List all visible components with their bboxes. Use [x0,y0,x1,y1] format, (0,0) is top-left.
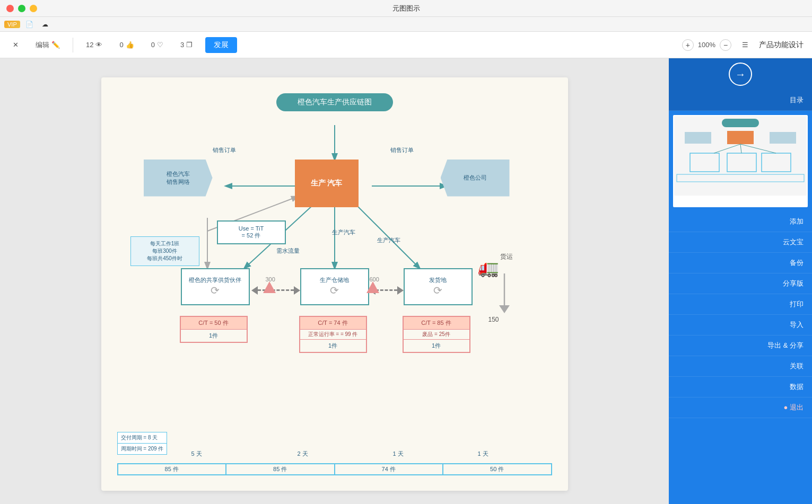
data-cell-right: C/T = 85 件 废品 = 25件 1件 [403,316,470,353]
nav-item-data[interactable]: 数据 [669,377,812,397]
like-count-button[interactable]: 0 👍 [115,39,138,51]
note-box: 每天工作1班 每班300件 每班共450件时 [130,236,199,266]
svg-rect-12 [727,131,754,144]
dashed-arrow-mid-left [251,286,300,295]
nav-item-print[interactable]: 打印 [669,294,812,315]
svg-marker-9 [499,305,510,313]
nav-item-export-share[interactable]: 导出 & 分享 [669,335,812,356]
edit-icon: ✏️ [51,41,60,49]
nav-item-import[interactable]: 导入 [669,315,812,335]
separator-1 [73,38,73,52]
like-count: 0 [119,41,123,49]
use-label-box: Use = TiT = 52 件 [217,220,286,244]
max-button[interactable] [18,5,25,12]
triangle-left [263,281,276,293]
nav-item-cloud[interactable]: 云文宝 [669,232,812,253]
cell-mid-body: 1件 [300,340,366,352]
flow-label-mid: 生产汽车 [332,228,355,236]
menu-icon: ☰ [742,41,748,49]
nav-item-link[interactable]: 关联 [669,356,812,377]
right-panel-arrow-button[interactable]: → [729,63,752,86]
close-icon: ✕ [13,41,19,49]
left-supplier-shape: 橙色汽车 销售网络 [144,160,213,197]
qty-mid: 600 [370,276,379,282]
zoom-control[interactable]: + 100% − [682,39,731,51]
zoom-out-button[interactable]: − [720,39,731,51]
copy-count-button[interactable]: 3 ❐ [176,39,197,51]
timeline-label-4: 1 天 [478,450,488,458]
nav-item-directory[interactable]: 目录 [669,90,812,111]
menu-bar: VIP 📄 ☁ [0,17,812,32]
svg-rect-14 [770,132,796,144]
nav-item-add[interactable]: 添加 [669,211,812,232]
timeline-seg-1: 85 件 [117,463,227,475]
toolbar-right: + 100% − ☰ 产品功能设计 [682,39,804,51]
arrow-head-right-1 [294,286,300,295]
cell-mid-subheader: 正常运行率 = = 99 件 [300,330,366,340]
cell-right-subheader: 废品 = 25件 [404,330,469,340]
timeline-label-1: 5 天 [191,450,202,458]
timeline-seg-4: 50 件 [443,463,552,475]
top-left-label: 销售订单 [213,146,236,154]
zoom-in-button[interactable]: + [682,39,694,51]
favorite-count-button[interactable]: 0 ♡ [147,39,168,51]
zoom-level: 100% [698,41,715,49]
publish-button[interactable]: 发展 [205,37,237,53]
right-panel: → 目录 [669,58,812,504]
menu-button[interactable]: ☰ [738,39,753,51]
right-panel-header: → [669,58,812,90]
info-row-2: 周期时间 = 209 件 [118,444,167,454]
cell-left-body: 1件 [181,330,247,342]
data-cell-left: C/T = 50 件 1件 [180,316,248,343]
right-panel-nav: 目录 [669,90,812,418]
info-row-1: 交付周期 = 8 天 [118,432,167,444]
truck-qty: 150 [488,316,499,323]
min-button[interactable] [30,5,37,12]
timeline-label-2: 2 天 [298,450,308,458]
bottom-right-location: 发货地 ⟳ [404,268,473,305]
window-controls[interactable] [6,5,37,12]
data-cell-mid: C/T = 74 件 正常运行率 = = 99 件 1件 [299,316,367,353]
window-title: 元图图示 [392,4,420,13]
top-right-label: 销售订单 [390,146,414,154]
vip-badge[interactable]: VIP [4,21,20,28]
bottom-left-location: 橙色的共享供货伙伴 ⟳ [181,268,250,305]
nav-item-exit[interactable]: ● 退出 [669,397,812,418]
close-button[interactable] [6,5,14,12]
diagram-title: 橙色汽车生产供应链图 [276,93,393,111]
truck-arrow-svg [496,273,512,316]
triangle-mid [366,281,379,293]
close-toolbar-button[interactable]: ✕ [8,39,23,51]
qty-left: 300 [266,276,275,282]
thumbnail-label: Page-1 [674,196,807,206]
info-box: 交付周期 = 8 天 周期时间 = 209 件 [117,432,168,455]
menu-item-cloud[interactable]: ☁ [39,20,51,29]
svg-rect-11 [722,119,759,127]
main-production-node: 生产 汽车 [295,160,359,207]
copy-count: 3 [180,41,184,49]
cell-mid-header: C/T = 74 件 [300,317,366,330]
view-count: 12 [86,41,93,49]
thumbnail-svg [674,116,807,196]
nav-item-share-version[interactable]: 分享版 [669,273,812,294]
timeline-label-3: 1 天 [393,450,404,458]
timeline-seg-3: 74 件 [335,463,444,475]
view-count-button[interactable]: 12 👁 [82,39,107,51]
timeline-bar: 85 件 85 件 74 件 50 件 [117,458,552,481]
canvas-area[interactable]: 橙色汽车生产供应链图 橙色汽车 销售网络 橙色公司 销售订单 销售订单 生产 汽… [0,58,669,504]
menu-item-file[interactable]: 📄 [22,20,37,29]
copy-icon: ❐ [186,41,193,49]
right-company-shape: 橙色公司 [441,160,510,197]
like-icon: 👍 [126,41,134,49]
svg-rect-13 [685,132,711,144]
title-bar: 元图图示 [0,0,812,17]
nav-item-backup[interactable]: 备份 [669,253,812,273]
edit-label: 编辑 [36,40,49,50]
bottom-mid-location: 生产仓储地 ⟳ [300,268,369,305]
flow-label-left: 需水流量 [276,247,300,255]
cell-left-header: C/T = 50 件 [181,317,247,330]
cell-right-body: 1件 [404,340,469,352]
edit-button[interactable]: 编辑 ✏️ [31,38,64,52]
diagram-canvas[interactable]: 橙色汽车生产供应链图 橙色汽车 销售网络 橙色公司 销售订单 销售订单 生产 汽… [101,77,568,491]
cell-right-header: C/T = 85 件 [404,317,469,330]
